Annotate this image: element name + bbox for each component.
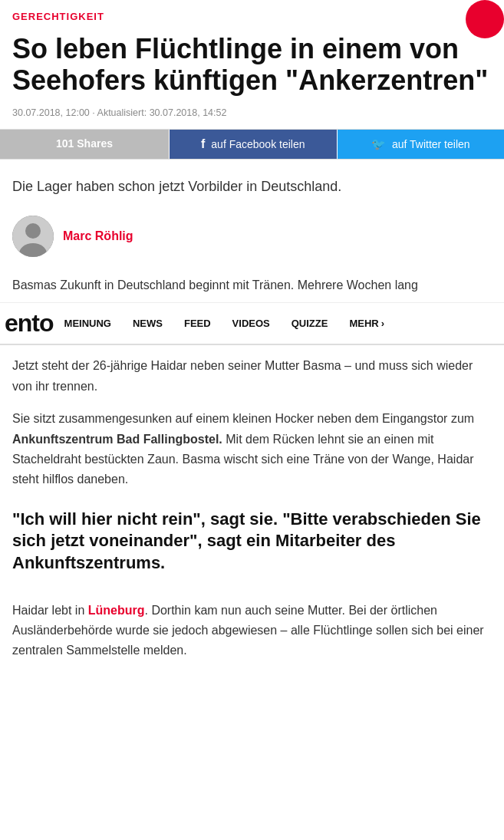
chevron-right-icon: › [381, 318, 384, 329]
nav-item-news[interactable]: NEWS [122, 308, 173, 338]
article-first-para: Basmas Zukunft in Deutschland beginnt mi… [0, 271, 504, 304]
category-tag[interactable]: GERECHTIGKEIT [0, 0, 117, 27]
publish-date: 30.07.2018, 12:00 [12, 107, 90, 118]
twitter-label: auf Twitter teilen [392, 138, 470, 150]
brand-partial: ento [0, 303, 54, 344]
article-body: Jetzt steht der 26-jährige Haidar neben … [0, 345, 504, 684]
location-link[interactable]: Lüneburg [88, 604, 145, 617]
nav-item-quizze[interactable]: QUIZZE [281, 308, 339, 338]
updated-date: Aktualisiert: 30.07.2018, 14:52 [97, 107, 227, 118]
pull-quote: "Ich will hier nicht rein", sagt sie. "B… [12, 502, 492, 588]
author-avatar [12, 216, 54, 257]
nav-item-videos[interactable]: VIDEOS [222, 308, 281, 338]
body-paragraph-2: Sie sitzt zusammengesunken auf einem kle… [12, 409, 492, 490]
facebook-label: auf Facebook teilen [211, 138, 305, 150]
article-meta: 30.07.2018, 12:00 · Aktualisiert: 30.07.… [0, 104, 504, 129]
twitter-share-button[interactable]: 🐦 auf Twitter teilen [337, 130, 505, 159]
facebook-share-button[interactable]: f auf Facebook teilen [169, 130, 337, 159]
article-title: So leben Flüchtlinge in einem von Seehof… [0, 27, 504, 104]
decorative-circle [466, 0, 504, 38]
body-para3-prefix: Haidar lebt in [12, 604, 88, 617]
twitter-icon: 🐦 [371, 137, 386, 151]
nav-overlay: ento MEINUNG NEWS FEED VIDEOS QUIZZE MEH… [0, 303, 504, 345]
author-name[interactable]: Marc Röhlig [63, 229, 133, 243]
body-paragraph-1: Jetzt steht der 26-jährige Haidar neben … [12, 356, 492, 397]
nav-item-meinung[interactable]: MEINUNG [54, 308, 122, 338]
author-row: Marc Röhlig [0, 211, 504, 271]
facebook-icon: f [201, 137, 205, 151]
nav-item-feed[interactable]: FEED [173, 308, 222, 338]
nav-items: MEINUNG NEWS FEED VIDEOS QUIZZE MEHR › [54, 308, 395, 338]
meta-separator: · [92, 107, 94, 118]
article-intro: Die Lager haben schon jetzt Vorbilder in… [0, 173, 504, 211]
body-para2-prefix: Sie sitzt zusammengesunken auf einem kle… [12, 412, 474, 425]
share-count: 101 Shares [0, 130, 169, 159]
body-paragraph-3: Haidar lebt in Lüneburg. Dorthin kam nun… [12, 601, 492, 661]
nav-item-mehr[interactable]: MEHR › [338, 308, 395, 338]
svg-point-1 [25, 223, 41, 239]
share-bar: 101 Shares f auf Facebook teilen 🐦 auf T… [0, 129, 504, 160]
body-para2-bold: Ankunftszentrum Bad Fallingbostel. [12, 433, 222, 446]
